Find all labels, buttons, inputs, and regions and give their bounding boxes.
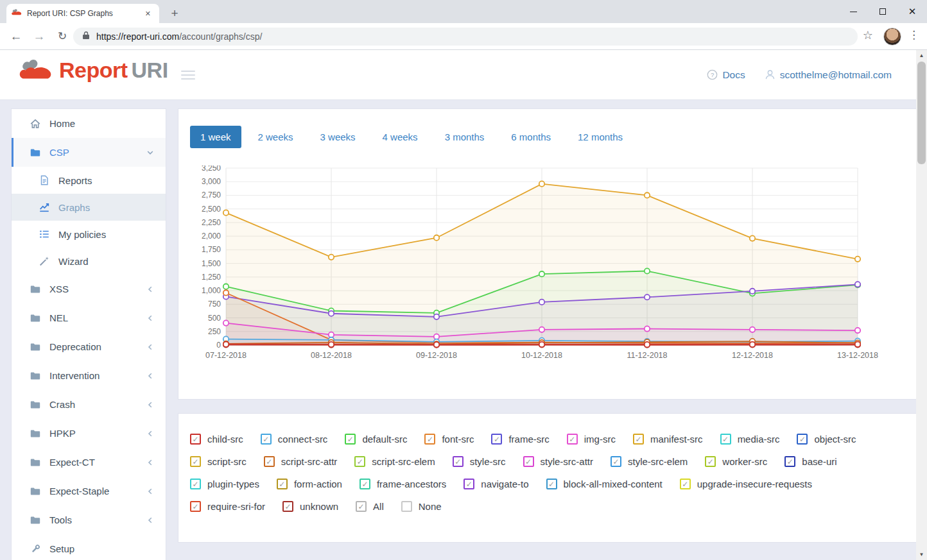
filter-label: frame-src (508, 434, 549, 445)
sidebar-item-label: CSP (49, 147, 69, 158)
filter-checkbox-none[interactable]: None (401, 501, 442, 512)
forward-button[interactable]: → (30, 23, 49, 49)
tab-close-icon[interactable]: ✕ (142, 8, 154, 19)
sidebar-item-my-policies[interactable]: My policies (12, 221, 166, 248)
range-tab-6-months[interactable]: 6 months (501, 126, 561, 148)
checkbox-icon: ✓ (356, 501, 367, 512)
filter-checkbox-form-action[interactable]: ✓form-action (277, 479, 342, 489)
sidebar-item-reports[interactable]: Reports (12, 167, 166, 194)
filter-checkbox-child-src[interactable]: ✓child-src (190, 434, 243, 445)
svg-text:11-12-2018: 11-12-2018 (627, 351, 667, 360)
url-bar[interactable]: https://report-uri.com/account/graphs/cs… (73, 28, 858, 46)
svg-text:0: 0 (216, 341, 221, 350)
sidebar-item-graphs[interactable]: Graphs (12, 194, 166, 221)
filter-checkbox-object-src[interactable]: ✓object-src (797, 434, 856, 445)
scrollbar-thumb[interactable] (917, 62, 926, 164)
docs-link[interactable]: ? Docs (707, 69, 745, 81)
filter-label: style-src (470, 456, 506, 467)
filter-label: form-action (294, 479, 342, 489)
sidebar-item-nel[interactable]: NEL (12, 303, 166, 332)
sidebar-item-crash[interactable]: Crash (12, 390, 166, 419)
sidebar-item-label: Crash (49, 399, 75, 410)
svg-text:12-12-2018: 12-12-2018 (732, 351, 773, 360)
filter-label: plugin-types (207, 479, 259, 489)
sidebar-item-label: My policies (58, 229, 106, 240)
folder-icon (30, 399, 41, 411)
page-scrollbar[interactable]: ▲ ▼ (916, 50, 927, 560)
filter-checkbox-unknown[interactable]: ✓unknown (282, 501, 338, 512)
sidebar-item-label: XSS (49, 284, 69, 294)
range-tab-4-weeks[interactable]: 4 weeks (372, 126, 428, 148)
checkbox-icon (401, 501, 412, 512)
checkbox-icon: ✓ (464, 479, 474, 489)
favicon-cloud-icon (12, 8, 22, 19)
filter-checkbox-frame-ancestors[interactable]: ✓frame-ancestors (360, 479, 446, 489)
svg-text:07-12-2018: 07-12-2018 (205, 351, 247, 360)
hamburger-menu-icon[interactable] (181, 68, 196, 82)
filter-checkbox-media-src[interactable]: ✓media-src (720, 434, 780, 445)
window-maximize-button[interactable] (868, 0, 897, 23)
filter-checkbox-plugin-types[interactable]: ✓plugin-types (190, 479, 259, 489)
range-tab-2-weeks[interactable]: 2 weeks (248, 126, 304, 148)
folder-icon (30, 428, 41, 439)
filter-label: child-src (207, 434, 243, 445)
new-tab-button[interactable]: + (166, 4, 184, 22)
filter-checkbox-style-src[interactable]: ✓style-src (453, 456, 506, 467)
sidebar-item-deprecation[interactable]: Deprecation (12, 332, 166, 361)
sidebar-item-tools[interactable]: Tools (12, 505, 166, 534)
sidebar-item-xss[interactable]: XSS (12, 275, 166, 303)
filter-checkbox-script-src-elem[interactable]: ✓script-src-elem (354, 456, 435, 467)
window-close-button[interactable]: ✕ (897, 0, 927, 23)
filter-checkbox-script-src[interactable]: ✓script-src (190, 456, 247, 467)
filter-label: base-uri (802, 456, 836, 467)
report-uri-logo[interactable]: ReportURI (19, 58, 168, 83)
reload-button[interactable]: ↻ (53, 23, 72, 49)
account-menu[interactable]: scotthelme@hotmail.com (765, 69, 892, 81)
checkbox-icon: ✓ (424, 434, 435, 445)
sidebar-item-csp[interactable]: CSP (12, 138, 166, 167)
filter-checkbox-manifest-src[interactable]: ✓manifest-src (633, 434, 703, 445)
browser-titlebar: Report URI: CSP Graphs ✕ + ✕ (0, 0, 927, 23)
filter-checkbox-font-src[interactable]: ✓font-src (424, 434, 474, 445)
sidebar-item-expect-staple[interactable]: Expect-Staple (12, 477, 166, 505)
window-minimize-button[interactable] (838, 0, 868, 23)
filter-checkbox-upgrade-insecure-requests[interactable]: ✓upgrade-insecure-requests (680, 479, 812, 489)
filter-checkbox-base-uri[interactable]: ✓base-uri (784, 456, 836, 467)
filter-checkbox-style-src-elem[interactable]: ✓style-src-elem (611, 456, 688, 467)
sidebar-item-wizard[interactable]: Wizard (12, 248, 166, 275)
filter-checkbox-frame-src[interactable]: ✓frame-src (491, 434, 549, 445)
back-button[interactable]: ← (6, 23, 26, 49)
filter-checkbox-img-src[interactable]: ✓img-src (567, 434, 616, 445)
filter-checkbox-script-src-attr[interactable]: ✓script-src-attr (264, 456, 338, 467)
sidebar-item-intervention[interactable]: Intervention (12, 361, 166, 390)
browser-profile-avatar[interactable] (883, 28, 901, 46)
scrollbar-down-arrow[interactable]: ▼ (916, 549, 927, 560)
sidebar-item-expect-ct[interactable]: Expect-CT (12, 448, 166, 477)
sidebar-item-hpkp[interactable]: HPKP (12, 419, 166, 448)
filter-checkbox-block-all-mixed-content[interactable]: ✓block-all-mixed-content (546, 479, 663, 489)
home-icon (30, 118, 41, 130)
chart-icon (39, 201, 50, 213)
filter-checkbox-all[interactable]: ✓All (356, 501, 384, 512)
svg-text:09-12-2018: 09-12-2018 (416, 351, 457, 360)
filter-checkbox-require-sri-for[interactable]: ✓require-sri-for (190, 501, 265, 512)
filter-checkbox-connect-src[interactable]: ✓connect-src (261, 434, 328, 445)
range-tab-1-week[interactable]: 1 week (190, 126, 241, 148)
svg-text:2,500: 2,500 (202, 205, 221, 214)
sidebar-item-home[interactable]: Home (12, 109, 166, 138)
range-tab-3-months[interactable]: 3 months (435, 126, 495, 148)
browser-toolbar: ← → ↻ https://report-uri.com/account/gra… (0, 23, 927, 50)
browser-menu-icon[interactable]: ⋮ (908, 28, 919, 42)
filter-checkbox-navigate-to[interactable]: ✓navigate-to (464, 479, 528, 489)
bookmark-star-icon[interactable]: ☆ (863, 28, 873, 42)
filter-checkbox-worker-src[interactable]: ✓worker-src (705, 456, 767, 467)
filter-checkbox-style-src-attr[interactable]: ✓style-src-attr (523, 456, 594, 467)
folder-icon (30, 514, 41, 526)
sidebar-item-setup[interactable]: Setup (12, 534, 166, 560)
chevron-left-icon (146, 285, 154, 293)
scrollbar-up-arrow[interactable]: ▲ (916, 50, 927, 61)
range-tab-12-months[interactable]: 12 months (567, 126, 633, 148)
range-tab-3-weeks[interactable]: 3 weeks (310, 126, 366, 148)
browser-tab[interactable]: Report URI: CSP Graphs ✕ (6, 4, 159, 23)
filter-checkbox-default-src[interactable]: ✓default-src (345, 434, 407, 445)
